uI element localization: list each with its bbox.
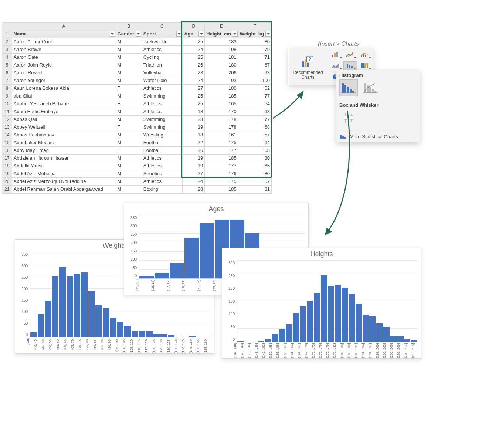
cell-age[interactable]: 23 bbox=[183, 69, 205, 77]
cell-name[interactable]: Abby May Erceg bbox=[12, 147, 116, 155]
cell-height[interactable]: 198 bbox=[205, 46, 238, 54]
cell-height[interactable]: 177 bbox=[205, 162, 238, 170]
cell-name[interactable]: Aaron Russell bbox=[12, 69, 116, 77]
col-F[interactable]: F bbox=[238, 23, 271, 30]
cell-weight[interactable]: 77 bbox=[238, 116, 271, 123]
row-number[interactable]: 5 bbox=[2, 61, 12, 69]
cell-name[interactable]: Abdalelah Haroun Hassan bbox=[12, 155, 116, 162]
cell-gender[interactable]: M bbox=[116, 178, 142, 186]
cell-height[interactable]: 193 bbox=[205, 77, 238, 85]
cell-name[interactable]: Aaron John Royle bbox=[12, 61, 116, 69]
cell-sport[interactable]: Triathlon bbox=[142, 61, 182, 69]
cell-gender[interactable]: M bbox=[116, 92, 142, 100]
cell-sport[interactable]: Boxing bbox=[142, 186, 182, 193]
cell-sport[interactable]: Water Polo bbox=[142, 77, 182, 85]
header-weight[interactable]: Weight_kg bbox=[238, 30, 271, 38]
row-number[interactable]: 1 bbox=[2, 30, 12, 38]
col-C[interactable]: C bbox=[142, 23, 182, 30]
cell-gender[interactable]: M bbox=[116, 77, 142, 85]
histogram-icon[interactable] bbox=[339, 79, 358, 96]
cell-age[interactable]: 19 bbox=[183, 162, 205, 170]
cell-weight[interactable]: 62 bbox=[238, 85, 271, 92]
table-row[interactable]: 16Abby May ErcegFFootball2617768 bbox=[2, 147, 272, 155]
cell-sport[interactable]: Wrestling bbox=[142, 131, 182, 139]
cell-gender[interactable]: M bbox=[116, 186, 142, 193]
table-row[interactable]: 10Ababel Yeshaneh BirhaneFAthletics25165… bbox=[2, 100, 272, 108]
cell-name[interactable]: Abbey Weitzeil bbox=[12, 123, 116, 131]
cell-sport[interactable]: Athletics bbox=[142, 162, 182, 170]
cell-gender[interactable]: F bbox=[116, 85, 142, 92]
cell-age[interactable]: 25 bbox=[183, 38, 205, 46]
cell-height[interactable]: 180 bbox=[205, 61, 238, 69]
cell-gender[interactable]: M bbox=[116, 116, 142, 123]
cell-name[interactable]: Abbubaker Mobara bbox=[12, 139, 116, 147]
cell-sport[interactable]: Athletics bbox=[142, 100, 182, 108]
cell-age[interactable]: 24 bbox=[183, 178, 205, 186]
table-row[interactable]: 14Abbos RakhmonovMWrestling1816157 bbox=[2, 131, 272, 139]
cell-name[interactable]: Abdalla Yousif bbox=[12, 162, 116, 170]
cell-height[interactable]: 170 bbox=[205, 108, 238, 116]
table-row[interactable]: 15Abbubaker MobaraMFootball2217564 bbox=[2, 139, 272, 147]
table-row[interactable]: 12Abbas QaliMSwimming2317877 bbox=[2, 116, 272, 123]
cell-age[interactable]: 19 bbox=[183, 155, 205, 162]
table-row[interactable]: 13Abbey WeitzeilFSwimming1917868 bbox=[2, 123, 272, 131]
table-row[interactable]: 4Aaron GateMCycling2518171 bbox=[2, 54, 272, 61]
cell-weight[interactable]: 93 bbox=[238, 69, 271, 77]
table-row[interactable]: 21Abdel Rahman Salah Orabi AbdelgawwadMB… bbox=[2, 186, 272, 193]
cell-weight[interactable]: 54 bbox=[238, 100, 271, 108]
filter-icon[interactable] bbox=[110, 31, 115, 37]
cell-name[interactable]: Abbas Qali bbox=[12, 116, 116, 123]
cell-sport[interactable]: Football bbox=[142, 147, 182, 155]
cell-sport[interactable]: Volleyball bbox=[142, 69, 182, 77]
cell-gender[interactable]: M bbox=[116, 131, 142, 139]
line-chart-icon[interactable] bbox=[343, 50, 357, 59]
row-number[interactable]: 2 bbox=[2, 38, 12, 46]
cell-age[interactable]: 19 bbox=[183, 123, 205, 131]
row-number[interactable]: 21 bbox=[2, 186, 12, 193]
cell-sport[interactable]: Athletics bbox=[142, 46, 182, 54]
cell-sport[interactable]: Football bbox=[142, 139, 182, 147]
more-statistical-charts-button[interactable]: MMore Statistical Charts...ore Statistic… bbox=[336, 130, 420, 142]
cell-height[interactable]: 176 bbox=[205, 170, 238, 178]
row-number[interactable]: 18 bbox=[2, 162, 12, 170]
cell-name[interactable]: aba Silai bbox=[12, 92, 116, 100]
cell-height[interactable]: 183 bbox=[205, 38, 238, 46]
cell-age[interactable]: 25 bbox=[183, 100, 205, 108]
cell-weight[interactable]: 79 bbox=[238, 46, 271, 54]
cell-height[interactable]: 161 bbox=[205, 131, 238, 139]
cell-gender[interactable]: F bbox=[116, 123, 142, 131]
cell-gender[interactable]: M bbox=[116, 170, 142, 178]
col-B[interactable]: B bbox=[116, 23, 142, 30]
cell-weight[interactable]: 64 bbox=[238, 139, 271, 147]
cell-sport[interactable]: Shooting bbox=[142, 170, 182, 178]
table-row[interactable]: 9aba SilaiMSwimming2518577 bbox=[2, 92, 272, 100]
col-E[interactable]: E bbox=[205, 23, 238, 30]
cell-age[interactable]: 27 bbox=[183, 85, 205, 92]
hierarchy-chart-icon[interactable] bbox=[358, 61, 372, 70]
cell-age[interactable]: 18 bbox=[183, 108, 205, 116]
table-row[interactable]: 7Aaron YoungerMWater Polo24193100 bbox=[2, 77, 272, 85]
table-row[interactable]: 6Aaron RussellMVolleyball2320693 bbox=[2, 69, 272, 77]
cell-name[interactable]: Aaron Arthur Cook bbox=[12, 38, 116, 46]
col-D[interactable]: D bbox=[183, 23, 205, 30]
cell-height[interactable]: 180 bbox=[205, 85, 238, 92]
cell-age[interactable]: 22 bbox=[183, 139, 205, 147]
cell-name[interactable]: Abdel Aziz Mehelba bbox=[12, 170, 116, 178]
row-number[interactable]: 14 bbox=[2, 131, 12, 139]
cell-name[interactable]: Abdel Rahman Salah Orabi Abdelgawwad bbox=[12, 186, 116, 193]
cell-weight[interactable]: 80 bbox=[238, 155, 271, 162]
cell-weight[interactable]: 68 bbox=[238, 147, 271, 155]
filter-icon[interactable] bbox=[136, 31, 141, 37]
cell-age[interactable]: 25 bbox=[183, 92, 205, 100]
cell-age[interactable]: 24 bbox=[183, 77, 205, 85]
cell-sport[interactable]: Athletics bbox=[142, 85, 182, 92]
header-age[interactable]: Age bbox=[183, 30, 205, 38]
cell-gender[interactable]: M bbox=[116, 162, 142, 170]
cell-name[interactable]: Ababel Yeshaneh Birhane bbox=[12, 100, 116, 108]
cell-height[interactable]: 185 bbox=[205, 92, 238, 100]
cell-height[interactable]: 175 bbox=[205, 178, 238, 186]
cell-name[interactable]: Abbos Rakhmonov bbox=[12, 131, 116, 139]
row-number[interactable]: 16 bbox=[2, 147, 12, 155]
table-row[interactable]: 11Abadi Hadis EmbayeMAthletics1817063 bbox=[2, 108, 272, 116]
row-number[interactable]: 12 bbox=[2, 116, 12, 123]
